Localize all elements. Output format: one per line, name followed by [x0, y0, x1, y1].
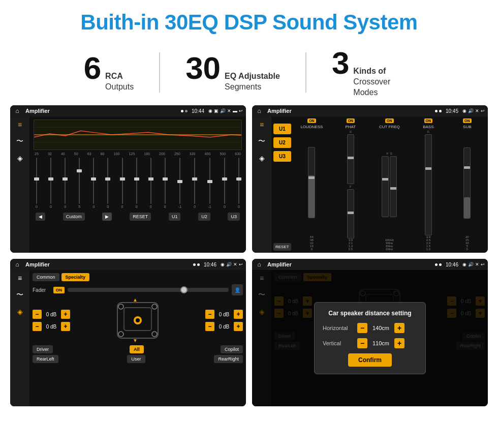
- eq-icon[interactable]: ≡: [18, 121, 22, 129]
- cutfreq-g-slider[interactable]: [390, 156, 397, 217]
- loudness-label: LOUDNESS: [300, 125, 323, 129]
- back-icon-2[interactable]: ↩: [481, 108, 485, 113]
- slider-4[interactable]: 5: [78, 158, 80, 208]
- fader-speaker-icon[interactable]: ◈: [17, 308, 23, 316]
- amp-wave-icon[interactable]: 〜: [258, 137, 265, 146]
- slider-15[interactable]: 0: [238, 158, 240, 208]
- db-minus-1[interactable]: −: [33, 310, 42, 319]
- distance-dialog: Car speaker distance setting Horizontal …: [314, 302, 426, 374]
- home-icon-4[interactable]: ⌂: [255, 260, 263, 268]
- eq-custom-btn[interactable]: Custom: [63, 213, 85, 221]
- back-icon-4[interactable]: ↩: [481, 262, 485, 267]
- slider-5[interactable]: 0: [92, 158, 95, 208]
- close-icon[interactable]: ✕: [227, 108, 231, 113]
- status-bar-1: ⌂ Amplifier 10:44 ◉ ▣ 🔊 ✕ ▬ ↩: [10, 105, 246, 116]
- fader-toggle[interactable]: ON: [53, 287, 65, 293]
- stat-crossover-desc: Kinds of Crossover Modes: [353, 66, 414, 98]
- vertical-row: Vertical − 110cm +: [323, 338, 417, 348]
- all-btn[interactable]: All: [130, 345, 144, 353]
- copilot-btn[interactable]: Copilot: [221, 345, 243, 353]
- vertical-plus-btn[interactable]: +: [394, 338, 404, 348]
- status-dots-4: [435, 263, 442, 266]
- status-bar-2: ⌂ Amplifier 10:45 ◉ 🔊 ✕ ↩: [252, 105, 488, 116]
- amp-eq-icon[interactable]: ≡: [260, 121, 264, 129]
- slider-10[interactable]: 0: [164, 158, 166, 208]
- slider-14[interactable]: 0: [224, 158, 226, 208]
- db-plus-1[interactable]: +: [61, 310, 70, 319]
- horizontal-plus-btn[interactable]: +: [394, 323, 404, 333]
- sub-slider[interactable]: [463, 147, 471, 219]
- fader-profile-icon[interactable]: 👤: [232, 284, 243, 295]
- db-minus-3[interactable]: −: [205, 310, 214, 319]
- back-icon-3[interactable]: ↩: [239, 262, 243, 267]
- speaker-icon[interactable]: ◈: [17, 154, 23, 162]
- amp-u1-btn[interactable]: U1: [273, 124, 291, 134]
- amp-u3-btn[interactable]: U3: [273, 151, 291, 162]
- common-tab[interactable]: Common: [33, 273, 59, 281]
- amp-u2-btn[interactable]: U2: [273, 137, 291, 148]
- phat-g-slider[interactable]: [347, 134, 354, 184]
- slider-2[interactable]: 0: [50, 158, 52, 208]
- db-minus-4[interactable]: −: [205, 322, 214, 331]
- rearleft-btn[interactable]: RearLeft: [33, 355, 58, 363]
- db-plus-3[interactable]: +: [234, 310, 243, 319]
- bass-slider[interactable]: [425, 134, 432, 235]
- eq-u1-btn[interactable]: U1: [169, 213, 181, 221]
- eq-u3-btn[interactable]: U3: [228, 213, 240, 221]
- minimize-icon[interactable]: ▬: [233, 108, 237, 113]
- vertical-minus-btn[interactable]: −: [357, 338, 367, 348]
- slider-3[interactable]: 0: [64, 158, 66, 208]
- status-dots-1: [181, 110, 188, 112]
- slider-12[interactable]: 0: [194, 158, 196, 208]
- left-db-controls: − 0 dB + − 0 dB +: [33, 310, 70, 331]
- close-icon-4[interactable]: ✕: [475, 262, 479, 267]
- db-plus-4[interactable]: +: [234, 322, 243, 331]
- slider-1[interactable]: 0: [36, 158, 38, 208]
- slider-8[interactable]: 0: [136, 158, 138, 208]
- fader-eq-icon[interactable]: ≡: [18, 274, 22, 282]
- db-plus-2[interactable]: +: [61, 322, 70, 331]
- amp-speaker-icon[interactable]: ◈: [259, 154, 265, 162]
- status-bar-4: ⌂ Amplifier 10:46 ◉ 🔊 ✕ ↩: [252, 259, 488, 270]
- svg-point-9: [152, 304, 157, 309]
- cutfreq-label: CUT FREQ: [379, 125, 400, 129]
- driver-btn[interactable]: Driver: [33, 345, 53, 353]
- db-minus-2[interactable]: −: [33, 322, 42, 331]
- slider-7[interactable]: 0: [121, 158, 123, 208]
- wave-icon[interactable]: 〜: [16, 137, 23, 146]
- home-icon-2[interactable]: ⌂: [255, 107, 263, 115]
- loudness-slider[interactable]: [308, 147, 315, 218]
- status-icons-3: ◉ 🔊 ✕ ↩: [221, 262, 243, 267]
- specialty-tab[interactable]: Specialty: [61, 273, 90, 281]
- rearright-btn[interactable]: RearRight: [214, 355, 243, 363]
- slider-9[interactable]: 0: [150, 158, 152, 208]
- bass-on: ON: [424, 118, 433, 123]
- eq-u2-btn[interactable]: U2: [198, 213, 210, 221]
- confirm-button[interactable]: Confirm: [348, 353, 392, 367]
- eq-play-btn[interactable]: ▶: [102, 213, 112, 221]
- home-icon-3[interactable]: ⌂: [13, 260, 21, 268]
- close-icon-2[interactable]: ✕: [475, 108, 479, 113]
- horizontal-minus-btn[interactable]: −: [357, 323, 367, 333]
- svg-point-11: [152, 332, 157, 337]
- amp-reset-btn[interactable]: RESET: [273, 243, 291, 251]
- fader-label: Fader: [33, 287, 50, 293]
- cutfreq-f-slider[interactable]: [382, 156, 389, 217]
- location-icon-4: ◉: [462, 262, 466, 267]
- fader-slider[interactable]: [68, 288, 229, 292]
- slider-6[interactable]: 0: [107, 158, 109, 208]
- home-icon[interactable]: ⌂: [13, 107, 21, 115]
- dialog-overlay: Car speaker distance setting Horizontal …: [252, 270, 488, 406]
- slider-13[interactable]: -1: [208, 158, 211, 208]
- phat-f-slider[interactable]: [347, 189, 354, 239]
- slider-11[interactable]: -1: [178, 158, 181, 208]
- status-icons-1: ◉ ▣ 🔊 ✕ ▬ ↩: [208, 108, 243, 113]
- eq-reset-btn[interactable]: RESET: [130, 213, 151, 221]
- close-icon-3[interactable]: ✕: [233, 262, 237, 267]
- user-btn[interactable]: User: [127, 355, 145, 363]
- eq-prev-btn[interactable]: ◀: [36, 213, 45, 221]
- fader-wave-icon[interactable]: 〜: [16, 290, 23, 300]
- status-time-3: 10:46: [204, 262, 216, 267]
- status-bar-3: ⌂ Amplifier 10:46 ◉ 🔊 ✕ ↩: [10, 259, 246, 270]
- back-icon[interactable]: ↩: [239, 108, 243, 113]
